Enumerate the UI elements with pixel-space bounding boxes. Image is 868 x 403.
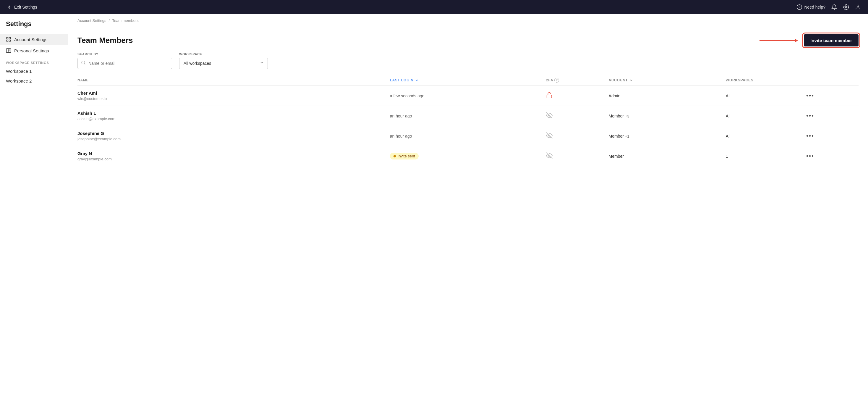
account-extra: +1 xyxy=(625,134,629,139)
breadcrumb-parent[interactable]: Account Settings xyxy=(78,18,106,23)
member-2fa-cell xyxy=(546,86,609,106)
account-role: Member xyxy=(609,154,624,159)
user-icon[interactable] xyxy=(855,4,861,10)
member-account-cell: Admin xyxy=(609,86,726,106)
2fa-enabled-icon xyxy=(546,112,553,119)
workspace-section-label: WORKSPACE SETTINGS xyxy=(0,56,68,66)
member-last-login-cell: Invite sent xyxy=(390,146,546,166)
member-name-cell: Gray Ngray@example.com xyxy=(78,146,390,166)
search-input-wrap xyxy=(78,58,172,69)
filters-row: SEARCH BY WORKSPACE All workspaces Works… xyxy=(68,52,868,75)
workspaces-value: All xyxy=(726,93,731,98)
workspace-filter-label: WORKSPACE xyxy=(179,52,268,56)
member-actions-button[interactable]: ••• xyxy=(804,91,816,100)
member-name: Gray N xyxy=(78,151,390,156)
invite-sent-badge: Invite sent xyxy=(390,153,418,160)
settings-icon[interactable] xyxy=(843,4,849,10)
member-email: win@customer.io xyxy=(78,96,390,101)
arrow-indicator xyxy=(760,39,798,42)
exit-settings-button[interactable]: Exit Settings xyxy=(7,5,37,9)
account-role: Member xyxy=(609,134,624,139)
top-nav: Exit Settings Need help? xyxy=(0,0,868,14)
member-email: ashish@example.com xyxy=(78,117,390,121)
personal-settings-label: Personal Settings xyxy=(14,48,49,53)
col-header-account[interactable]: ACCOUNT xyxy=(609,75,726,86)
member-name-cell: Josephine Gjosephine@example.com xyxy=(78,126,390,146)
table-row: Josephine Gjosephine@example.coman hour … xyxy=(78,126,859,146)
sidebar-item-workspace-2[interactable]: Workspace 2 xyxy=(0,76,68,86)
member-actions-cell[interactable]: ••• xyxy=(804,126,859,146)
workspace-select[interactable]: All workspaces Workspace 1 Workspace 2 xyxy=(179,58,268,69)
col-header-workspaces: WORKSPACES xyxy=(726,75,804,86)
svg-point-2 xyxy=(845,6,847,8)
account-settings-label: Account Settings xyxy=(14,37,48,42)
member-account-cell: Member xyxy=(609,146,726,166)
col-header-name: NAME xyxy=(78,75,390,86)
member-email: gray@example.com xyxy=(78,157,390,161)
member-workspaces-cell: All xyxy=(726,86,804,106)
member-actions-button[interactable]: ••• xyxy=(804,111,816,120)
member-name-cell: Cher Amiwin@customer.io xyxy=(78,86,390,106)
2fa-enabled-icon xyxy=(546,132,553,139)
svg-rect-7 xyxy=(9,40,11,41)
svg-rect-14 xyxy=(547,95,552,98)
col-header-last-login[interactable]: LAST LOGIN xyxy=(390,75,546,86)
sidebar-item-personal-settings[interactable]: Personal Settings xyxy=(0,45,68,56)
breadcrumb-separator: / xyxy=(109,18,110,23)
member-name: Ashish L xyxy=(78,111,390,116)
sort-desc-icon xyxy=(415,78,419,82)
member-workspaces-cell: 1 xyxy=(726,146,804,166)
account-role: Admin xyxy=(609,93,621,98)
members-table: NAME LAST LOGIN 2F xyxy=(78,75,859,166)
invite-button-area: Invite team member xyxy=(804,34,859,47)
account-extra: +3 xyxy=(625,114,629,118)
member-workspaces-cell: All xyxy=(726,126,804,146)
search-filter-group: SEARCH BY xyxy=(78,52,172,69)
exit-settings-label: Exit Settings xyxy=(14,5,37,9)
col-header-2fa: 2FA ? xyxy=(546,75,609,86)
member-2fa-cell xyxy=(546,106,609,126)
help-link[interactable]: Need help? xyxy=(797,4,826,10)
member-actions-cell[interactable]: ••• xyxy=(804,146,859,166)
member-last-login-cell: an hour ago xyxy=(390,126,546,146)
page-title: Team Members xyxy=(78,36,133,45)
svg-rect-4 xyxy=(6,37,8,39)
breadcrumb: Account Settings / Team members xyxy=(68,14,868,27)
breadcrumb-current: Team members xyxy=(112,18,138,23)
svg-point-3 xyxy=(857,5,859,7)
svg-point-12 xyxy=(82,61,85,64)
workspace-filter-group: WORKSPACE All workspaces Workspace 1 Wor… xyxy=(179,52,268,69)
sidebar-item-account-settings[interactable]: Account Settings xyxy=(0,34,68,45)
member-actions-cell[interactable]: ••• xyxy=(804,86,859,106)
workspaces-value: All xyxy=(726,134,731,139)
sidebar-item-workspace-1[interactable]: Workspace 1 xyxy=(0,66,68,76)
2fa-info-icon[interactable]: ? xyxy=(554,78,559,83)
member-actions-button[interactable]: ••• xyxy=(804,151,816,161)
member-workspaces-cell: All xyxy=(726,106,804,126)
table-row: Ashish Lashish@example.coman hour ago Me… xyxy=(78,106,859,126)
member-account-cell: Member+3 xyxy=(609,106,726,126)
account-role: Member xyxy=(609,114,624,118)
notifications-icon[interactable] xyxy=(831,4,837,10)
page-header: Team Members Invite team member xyxy=(68,27,868,52)
sidebar: Settings Account Settings Personal Setti… xyxy=(0,14,68,403)
badge-dot xyxy=(394,155,396,157)
arrow-line xyxy=(760,40,795,41)
member-actions-cell[interactable]: ••• xyxy=(804,106,859,126)
svg-rect-6 xyxy=(6,40,8,41)
svg-rect-5 xyxy=(9,37,11,39)
top-nav-actions: Need help? xyxy=(797,4,861,10)
member-name-cell: Ashish Lashish@example.com xyxy=(78,106,390,126)
grid-icon xyxy=(6,37,11,42)
main-content: Account Settings / Team members Team Mem… xyxy=(68,14,868,403)
search-icon xyxy=(81,60,86,66)
invite-team-member-button[interactable]: Invite team member xyxy=(804,34,859,47)
workspace-select-wrap: All workspaces Workspace 1 Workspace 2 xyxy=(179,58,268,69)
member-2fa-cell xyxy=(546,146,609,166)
search-input[interactable] xyxy=(78,58,172,69)
workspaces-value: 1 xyxy=(726,154,728,159)
member-actions-button[interactable]: ••• xyxy=(804,132,816,141)
2fa-enabled-icon xyxy=(546,152,553,159)
svg-line-13 xyxy=(84,64,85,64)
arrow-head xyxy=(795,39,798,42)
